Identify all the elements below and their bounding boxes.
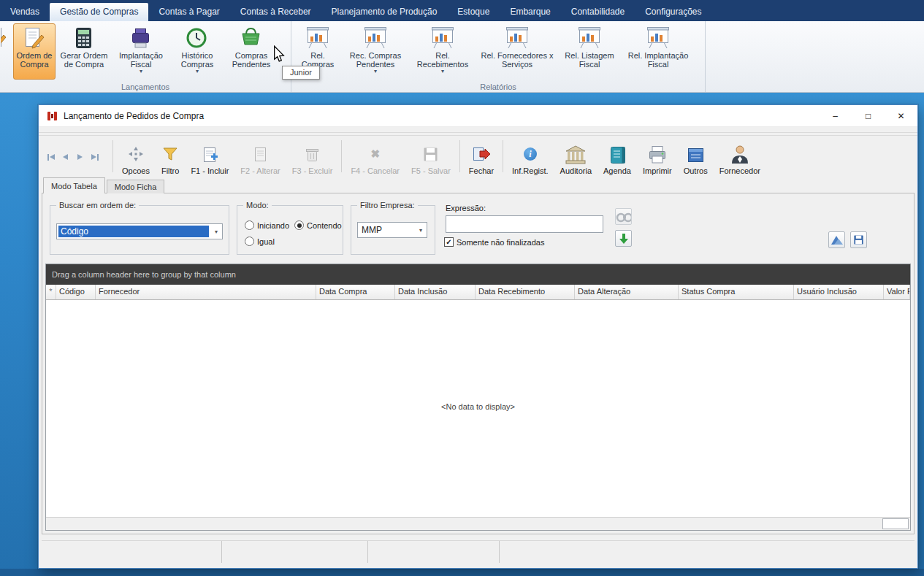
ribbon-button-historico-compras[interactable]: Histórico Compras ▾ bbox=[171, 23, 224, 80]
grid-body[interactable]: <No data to display> bbox=[46, 300, 910, 517]
nav-prev-button[interactable] bbox=[59, 150, 72, 164]
column-header-fornecedor[interactable]: Fornecedor bbox=[96, 285, 316, 299]
toolbar-button-f5-salvar[interactable]: F5 - Salvar bbox=[405, 137, 457, 175]
minimize-button[interactable]: – bbox=[819, 105, 852, 126]
column-header-usuario-inclusao[interactable]: Usuário Inclusão bbox=[794, 285, 884, 299]
ribbon-button-rel-fornecedores-x-servicos[interactable]: Rel. Fornecedores x Serviços bbox=[478, 23, 556, 80]
nav-first-button[interactable] bbox=[45, 150, 57, 164]
preview-grid-button[interactable] bbox=[828, 231, 845, 248]
ribbon-button-clipped[interactable] bbox=[0, 23, 12, 80]
cancel-icon: ✖ bbox=[370, 144, 380, 164]
ribbon-tab-planejamento-de-producao[interactable]: Planejamento de Produção bbox=[321, 3, 448, 21]
radio-igual[interactable]: Igual bbox=[245, 237, 275, 246]
column-header-valor[interactable]: Valor Pro bbox=[884, 285, 910, 299]
search-order-value: Código bbox=[58, 226, 209, 237]
purchase-orders-grid: Drag a column header here to group by th… bbox=[45, 264, 911, 531]
ribbon-button-gerar-ordem-de-compra[interactable]: Gerar Ordem de Compra bbox=[57, 23, 111, 80]
toolbar-button-auditoria[interactable]: Auditoria bbox=[554, 137, 597, 175]
ribbon-tab-contas-a-pagar[interactable]: Contas à Pagar bbox=[148, 3, 229, 21]
column-header-data-recebimento[interactable]: Data Recebimento bbox=[476, 285, 575, 299]
ribbon-tab-gestao-de-compras[interactable]: Gestão de Compras bbox=[50, 3, 148, 21]
toolbar-button-fornecedor[interactable]: Fornecedor bbox=[714, 137, 766, 175]
company-filter-groupbox: Filtro Empresa: MMP ▾ bbox=[351, 205, 435, 255]
view-tabs: Modo Tabela Modo Ficha bbox=[43, 178, 166, 193]
report-board-icon bbox=[578, 26, 601, 49]
chevron-down-icon[interactable]: ▾ bbox=[415, 223, 427, 237]
toolbar-button-fechar[interactable]: Fechar bbox=[463, 137, 500, 175]
nav-last-button[interactable] bbox=[88, 150, 101, 164]
group-by-panel[interactable]: Drag a column header here to group by th… bbox=[46, 264, 910, 285]
toolbar-button-opcoes[interactable]: Opcoes bbox=[116, 137, 156, 175]
column-header-data-compra[interactable]: Data Compra bbox=[316, 285, 395, 299]
toolbar-button-inf-regist[interactable]: i Inf.Regist. bbox=[506, 137, 554, 175]
toolbar-button-f4-cancelar[interactable]: ✖ F4 - Cancelar bbox=[345, 137, 405, 175]
ribbon-tab-embarque[interactable]: Embarque bbox=[500, 3, 560, 21]
find-button[interactable] bbox=[615, 208, 632, 225]
ribbon-button-rel-implantacao-fiscal[interactable]: Rel. Implantação Fiscal bbox=[623, 23, 693, 80]
radio-iniciando[interactable]: Iniciando bbox=[245, 220, 289, 230]
ribbon-button-rel-recebimentos[interactable]: Rel. Recebimentos ▾ bbox=[410, 23, 476, 80]
ribbon-button-ordem-de-compra[interactable]: Ordem de Compra bbox=[13, 23, 56, 80]
toolbar-button-f1-incluir[interactable]: F1 - Incluir bbox=[185, 137, 234, 175]
mouse-cursor bbox=[272, 45, 286, 63]
tab-modo-ficha[interactable]: Modo Ficha bbox=[107, 180, 164, 193]
radio-contendo[interactable]: Contendo bbox=[294, 220, 342, 230]
expression-label: Expressão: bbox=[446, 204, 486, 212]
search-order-combobox[interactable]: Código ▾ bbox=[56, 223, 223, 239]
ribbon-button-implantacao-fiscal[interactable]: Implantação Fiscal ▾ bbox=[112, 23, 169, 80]
chevron-down-icon: ▾ bbox=[196, 69, 199, 74]
only-open-label: Somente não finalizadas bbox=[457, 238, 544, 247]
search-order-groupbox: Buscar em ordem de: Código ▾ bbox=[50, 205, 229, 255]
ribbon-tab-contabilidade[interactable]: Contabilidade bbox=[561, 3, 635, 21]
ribbon-button-rec-compras-pendentes[interactable]: Rec. Compras Pendentes ▾ bbox=[344, 23, 407, 80]
company-filter-label: Filtro Empresa: bbox=[357, 201, 418, 210]
toolbar-button-imprimir[interactable]: Imprimir bbox=[637, 137, 678, 175]
ribbon-tab-estoque[interactable]: Estoque bbox=[447, 3, 500, 21]
delete-record-icon bbox=[303, 144, 321, 164]
chevron-down-icon[interactable]: ▾ bbox=[210, 224, 222, 239]
main-toolbar: Opcoes Filtro F1 - Incluir F2 - Alterar … bbox=[39, 137, 917, 177]
checkbox-check-icon: ✓ bbox=[444, 237, 454, 247]
ribbon-button-rel-listagem-fiscal[interactable]: Rel. Listagem Fiscal bbox=[559, 23, 620, 80]
maximize-button[interactable]: □ bbox=[852, 105, 885, 126]
ribbon: Ordem de Compra Gerar Ordem de Compra Im… bbox=[0, 21, 924, 93]
info-icon: i bbox=[524, 144, 537, 164]
audit-icon bbox=[565, 144, 587, 164]
column-header-status-compra[interactable]: Status Compra bbox=[679, 285, 794, 299]
report-board-icon bbox=[431, 26, 454, 49]
ribbon-tab-contas-a-receber[interactable]: Contas à Receber bbox=[230, 3, 321, 21]
window-titlebar[interactable]: Lançamento de Pedidos de Compra – □ ✕ bbox=[39, 105, 917, 127]
company-combobox[interactable]: MMP ▾ bbox=[357, 222, 427, 238]
toolbar-button-f3-excluir[interactable]: F3 - Excluir bbox=[286, 137, 339, 175]
ribbon-button-compras-pendentes[interactable]: Compras Pendentes bbox=[225, 23, 278, 80]
apply-filter-button[interactable] bbox=[615, 230, 632, 247]
grid-bottom-strip bbox=[46, 517, 910, 530]
nav-next-button[interactable] bbox=[74, 150, 86, 164]
ribbon-tab-configuracoes[interactable]: Configurações bbox=[635, 3, 711, 21]
window-title: Lançamento de Pedidos de Compra bbox=[64, 111, 204, 121]
radio-icon bbox=[245, 237, 254, 246]
toolbar-separator bbox=[503, 140, 503, 172]
column-header-data-alteracao[interactable]: Data Alteração bbox=[575, 285, 679, 299]
report-board-icon bbox=[306, 26, 329, 49]
only-open-checkbox[interactable]: ✓ Somente não finalizadas bbox=[444, 237, 544, 247]
desktop-bottom-strip bbox=[0, 569, 924, 576]
column-header-data-inclusao[interactable]: Data Inclusão bbox=[395, 285, 476, 299]
ribbon-group-lancamentos: Ordem de Compra Gerar Ordem de Compra Im… bbox=[0, 21, 291, 92]
toolbar-button-agenda[interactable]: Agenda bbox=[597, 137, 637, 175]
tab-modo-tabela[interactable]: Modo Tabela bbox=[43, 177, 105, 193]
toolbar-button-filtro[interactable]: Filtro bbox=[156, 137, 185, 175]
toolbar-button-f2-alterar[interactable]: F2 - Alterar bbox=[234, 137, 286, 175]
toolbar-button-outros[interactable]: Outros bbox=[678, 137, 714, 175]
ribbon-tab-vendas[interactable]: Vendas bbox=[0, 3, 50, 21]
record-indicator-box bbox=[882, 518, 909, 529]
close-button[interactable]: ✕ bbox=[885, 105, 917, 126]
save-grid-button[interactable] bbox=[850, 231, 867, 248]
row-indicator-header: * bbox=[46, 285, 56, 299]
expression-input[interactable] bbox=[446, 215, 603, 233]
column-header-codigo[interactable]: Código bbox=[56, 285, 96, 299]
chevron-down-icon: ▾ bbox=[140, 69, 142, 74]
print-icon bbox=[647, 144, 667, 164]
binoculars-icon bbox=[616, 211, 631, 223]
others-icon bbox=[686, 144, 705, 164]
